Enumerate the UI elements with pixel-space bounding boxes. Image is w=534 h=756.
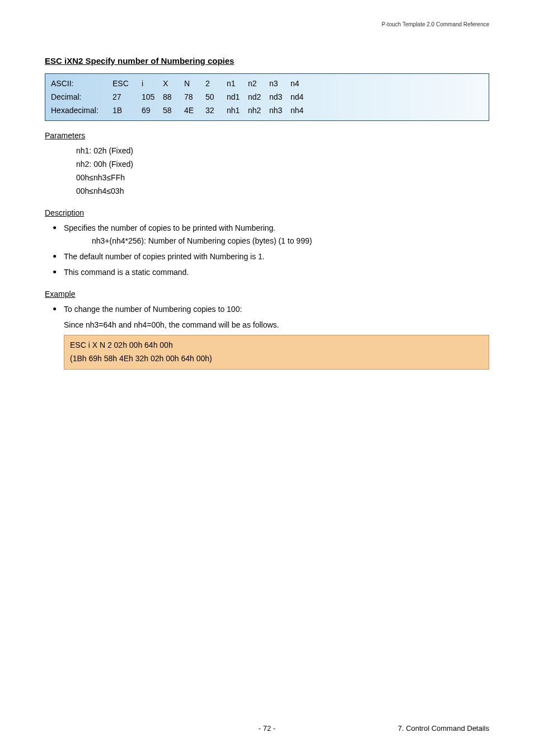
- cell: ESC: [113, 77, 142, 91]
- example-code-line: (1Bh 69h 58h 4Eh 32h 02h 00h 64h 00h): [70, 352, 483, 366]
- param-line: 00h≤nh3≤FFh: [76, 171, 489, 185]
- cell: n2: [248, 77, 269, 91]
- cell: 105: [142, 91, 163, 104]
- cell: 78: [184, 91, 205, 104]
- cell: 27: [113, 91, 142, 104]
- cell: 69: [142, 104, 163, 118]
- page-footer: - 72 - 7. Control Command Details: [0, 724, 534, 732]
- cell: 4E: [184, 104, 205, 118]
- desc-text: Specifies the number of copies to be pri…: [64, 223, 275, 232]
- cell: N: [184, 77, 205, 91]
- example-continuation: Since nh3=64h and nh4=00h, the command w…: [45, 319, 489, 332]
- cell: 50: [205, 91, 227, 104]
- row-label: ASCII:: [51, 77, 113, 91]
- cell: nh1: [227, 104, 248, 118]
- desc-bullet: The default number of copies printed wit…: [53, 250, 489, 264]
- cell: 32: [205, 104, 227, 118]
- description-heading: Description: [45, 208, 489, 217]
- footer-section-label: 7. Control Command Details: [398, 724, 489, 732]
- cell: nd4: [291, 91, 312, 104]
- param-line: 00h≤nh4≤03h: [76, 185, 489, 198]
- example-heading: Example: [45, 290, 489, 298]
- cell: nd2: [248, 91, 269, 104]
- page-content: ESC iXN2 Specify number of Numbering cop…: [0, 0, 534, 370]
- code-row-hex: Hexadecimal: 1B 69 58 4E 32 nh1 nh2 nh3 …: [51, 104, 312, 118]
- example-list: To change the number of Numbering copies…: [45, 303, 489, 316]
- parameters-block: nh1: 02h (Fixed) nh2: 00h (Fixed) 00h≤nh…: [45, 144, 489, 198]
- cell: nd3: [269, 91, 291, 104]
- code-row-decimal: Decimal: 27 105 88 78 50 nd1 nd2 nd3 nd4: [51, 91, 312, 104]
- cell: 58: [163, 104, 184, 118]
- cell: nh3: [269, 104, 291, 118]
- cell: n1: [227, 77, 248, 91]
- desc-subline: nh3+(nh4*256): Number of Numbering copie…: [64, 235, 489, 248]
- cell: 88: [163, 91, 184, 104]
- cell: 1B: [113, 104, 142, 118]
- cell: 2: [205, 77, 227, 91]
- cell: n4: [291, 77, 312, 91]
- desc-bullet: This command is a static command.: [53, 266, 489, 279]
- example-bullet: To change the number of Numbering copies…: [53, 303, 489, 316]
- row-label: Decimal:: [51, 91, 113, 104]
- desc-bullet: Specifies the number of copies to be pri…: [53, 222, 489, 249]
- cell: nh2: [248, 104, 269, 118]
- section-title: ESC iXN2 Specify number of Numbering cop…: [45, 56, 489, 66]
- cell: nd1: [227, 91, 248, 104]
- code-row-ascii: ASCII: ESC i X N 2 n1 n2 n3 n4: [51, 77, 312, 91]
- parameters-heading: Parameters: [45, 131, 489, 140]
- cell: i: [142, 77, 163, 91]
- cell: n3: [269, 77, 291, 91]
- param-line: nh2: 00h (Fixed): [76, 158, 489, 171]
- row-label: Hexadecimal:: [51, 104, 113, 118]
- param-line: nh1: 02h (Fixed): [76, 144, 489, 158]
- cell: nh4: [291, 104, 312, 118]
- cell: X: [163, 77, 184, 91]
- command-code-table: ASCII: ESC i X N 2 n1 n2 n3 n4 Decimal: …: [45, 73, 489, 121]
- doc-header-title: P-touch Template 2.0 Command Reference: [382, 21, 489, 27]
- example-code-line: ESC i X N 2 02h 00h 64h 00h: [70, 339, 483, 352]
- example-code-box: ESC i X N 2 02h 00h 64h 00h (1Bh 69h 58h…: [64, 335, 489, 370]
- description-list: Specifies the number of copies to be pri…: [45, 222, 489, 279]
